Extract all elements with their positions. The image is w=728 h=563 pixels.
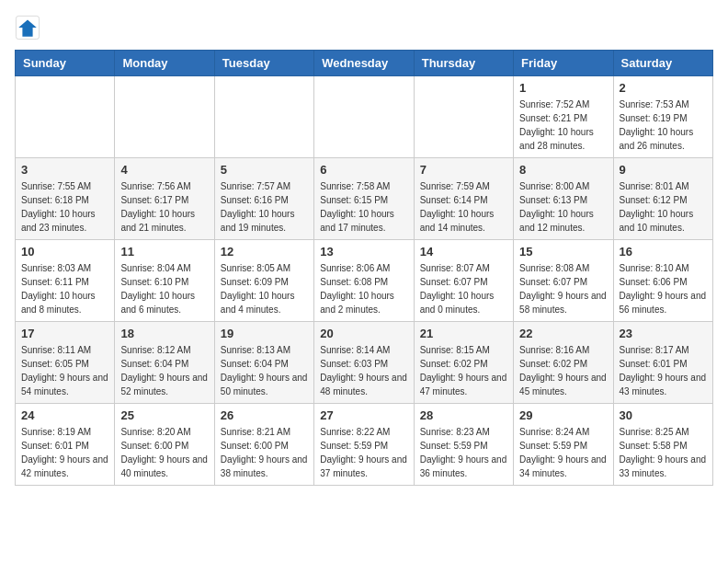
- day-number: 13: [320, 245, 407, 259]
- calendar-cell: 14Sunrise: 8:07 AMSunset: 6:07 PMDayligh…: [414, 240, 513, 322]
- calendar-cell: 19Sunrise: 8:13 AMSunset: 6:04 PMDayligh…: [214, 322, 313, 404]
- page-header: [15, 15, 713, 40]
- day-info: Sunrise: 8:21 AMSunset: 6:00 PMDaylight:…: [221, 425, 308, 480]
- calendar-cell: 23Sunrise: 8:17 AMSunset: 6:01 PMDayligh…: [613, 322, 712, 404]
- day-info: Sunrise: 7:52 AMSunset: 6:21 PMDaylight:…: [519, 98, 607, 153]
- day-number: 14: [420, 245, 507, 259]
- day-number: 5: [221, 163, 308, 177]
- calendar-cell: 12Sunrise: 8:05 AMSunset: 6:09 PMDayligh…: [214, 240, 313, 322]
- calendar-table: SundayMondayTuesdayWednesdayThursdayFrid…: [15, 50, 713, 486]
- calendar-cell: 4Sunrise: 7:56 AMSunset: 6:17 PMDaylight…: [115, 158, 214, 240]
- day-number: 28: [420, 408, 507, 422]
- day-info: Sunrise: 7:57 AMSunset: 6:16 PMDaylight:…: [221, 179, 308, 235]
- day-info: Sunrise: 7:53 AMSunset: 6:19 PMDaylight:…: [620, 98, 707, 153]
- day-number: 30: [620, 408, 707, 422]
- day-info: Sunrise: 7:59 AMSunset: 6:14 PMDaylight:…: [420, 179, 507, 235]
- day-info: Sunrise: 7:56 AMSunset: 6:17 PMDaylight:…: [120, 179, 208, 235]
- day-info: Sunrise: 7:58 AMSunset: 6:15 PMDaylight:…: [320, 179, 407, 235]
- calendar-cell: 11Sunrise: 8:04 AMSunset: 6:10 PMDayligh…: [115, 240, 214, 322]
- day-number: 20: [320, 327, 407, 340]
- day-info: Sunrise: 8:17 AMSunset: 6:01 PMDaylight:…: [620, 343, 707, 398]
- week-row-3: 10Sunrise: 8:03 AMSunset: 6:11 PMDayligh…: [16, 240, 713, 322]
- day-info: Sunrise: 8:12 AMSunset: 6:04 PMDaylight:…: [120, 343, 208, 398]
- day-info: Sunrise: 8:11 AMSunset: 6:05 PMDaylight:…: [21, 343, 108, 398]
- day-number: 11: [120, 245, 208, 259]
- calendar-cell: 20Sunrise: 8:14 AMSunset: 6:03 PMDayligh…: [314, 322, 414, 404]
- calendar-cell: 21Sunrise: 8:15 AMSunset: 6:02 PMDayligh…: [414, 322, 513, 404]
- calendar-cell: [115, 76, 214, 158]
- day-number: 18: [120, 327, 208, 340]
- week-row-1: 1Sunrise: 7:52 AMSunset: 6:21 PMDaylight…: [16, 76, 713, 158]
- calendar-cell: 27Sunrise: 8:22 AMSunset: 5:59 PMDayligh…: [314, 404, 414, 486]
- day-info: Sunrise: 8:01 AMSunset: 6:12 PMDaylight:…: [620, 179, 707, 235]
- day-info: Sunrise: 8:23 AMSunset: 5:59 PMDaylight:…: [420, 425, 507, 480]
- day-number: 22: [519, 327, 607, 340]
- week-row-2: 3Sunrise: 7:55 AMSunset: 6:18 PMDaylight…: [16, 158, 713, 240]
- calendar-cell: 13Sunrise: 8:06 AMSunset: 6:08 PMDayligh…: [314, 240, 414, 322]
- day-info: Sunrise: 8:07 AMSunset: 6:07 PMDaylight:…: [420, 261, 507, 316]
- calendar-cell: 17Sunrise: 8:11 AMSunset: 6:05 PMDayligh…: [16, 322, 115, 404]
- week-row-4: 17Sunrise: 8:11 AMSunset: 6:05 PMDayligh…: [16, 322, 713, 404]
- day-number: 8: [519, 163, 607, 177]
- day-info: Sunrise: 8:08 AMSunset: 6:07 PMDaylight:…: [519, 261, 607, 316]
- day-number: 6: [320, 163, 407, 177]
- day-info: Sunrise: 8:24 AMSunset: 5:59 PMDaylight:…: [519, 425, 607, 480]
- day-number: 12: [221, 245, 308, 259]
- calendar-cell: 6Sunrise: 7:58 AMSunset: 6:15 PMDaylight…: [314, 158, 414, 240]
- day-info: Sunrise: 8:20 AMSunset: 6:00 PMDaylight:…: [120, 425, 208, 480]
- day-number: 19: [221, 327, 308, 340]
- calendar-cell: 10Sunrise: 8:03 AMSunset: 6:11 PMDayligh…: [16, 240, 115, 322]
- calendar-cell: 16Sunrise: 8:10 AMSunset: 6:06 PMDayligh…: [613, 240, 712, 322]
- weekday-header-wednesday: Wednesday: [314, 51, 414, 76]
- calendar-cell: 8Sunrise: 8:00 AMSunset: 6:13 PMDaylight…: [514, 158, 613, 240]
- day-number: 26: [221, 408, 308, 422]
- calendar-cell: 26Sunrise: 8:21 AMSunset: 6:00 PMDayligh…: [214, 404, 313, 486]
- day-number: 1: [519, 81, 607, 95]
- day-info: Sunrise: 8:04 AMSunset: 6:10 PMDaylight:…: [120, 261, 208, 316]
- calendar-cell: 5Sunrise: 7:57 AMSunset: 6:16 PMDaylight…: [214, 158, 313, 240]
- day-number: 23: [620, 327, 707, 340]
- day-number: 9: [620, 163, 707, 177]
- calendar-cell: [16, 76, 115, 158]
- day-info: Sunrise: 8:00 AMSunset: 6:13 PMDaylight:…: [519, 179, 607, 235]
- day-number: 2: [620, 81, 707, 95]
- calendar-cell: 22Sunrise: 8:16 AMSunset: 6:02 PMDayligh…: [514, 322, 613, 404]
- calendar-cell: 3Sunrise: 7:55 AMSunset: 6:18 PMDaylight…: [16, 158, 115, 240]
- day-info: Sunrise: 8:16 AMSunset: 6:02 PMDaylight:…: [519, 343, 607, 398]
- calendar-cell: 18Sunrise: 8:12 AMSunset: 6:04 PMDayligh…: [115, 322, 214, 404]
- day-number: 29: [519, 408, 607, 422]
- calendar-cell: 25Sunrise: 8:20 AMSunset: 6:00 PMDayligh…: [115, 404, 214, 486]
- day-number: 25: [120, 408, 208, 422]
- logo: [15, 15, 44, 40]
- weekday-header-thursday: Thursday: [414, 51, 513, 76]
- day-number: 21: [420, 327, 507, 340]
- calendar-cell: 7Sunrise: 7:59 AMSunset: 6:14 PMDaylight…: [414, 158, 513, 240]
- weekday-header-saturday: Saturday: [613, 51, 712, 76]
- day-info: Sunrise: 8:13 AMSunset: 6:04 PMDaylight:…: [221, 343, 308, 398]
- day-info: Sunrise: 8:22 AMSunset: 5:59 PMDaylight:…: [320, 425, 407, 480]
- calendar-cell: 30Sunrise: 8:25 AMSunset: 5:58 PMDayligh…: [613, 404, 712, 486]
- calendar-cell: 1Sunrise: 7:52 AMSunset: 6:21 PMDaylight…: [514, 76, 613, 158]
- day-info: Sunrise: 8:10 AMSunset: 6:06 PMDaylight:…: [620, 261, 707, 316]
- day-info: Sunrise: 8:19 AMSunset: 6:01 PMDaylight:…: [21, 425, 108, 480]
- week-row-5: 24Sunrise: 8:19 AMSunset: 6:01 PMDayligh…: [16, 404, 713, 486]
- day-info: Sunrise: 7:55 AMSunset: 6:18 PMDaylight:…: [21, 179, 108, 235]
- calendar-cell: 9Sunrise: 8:01 AMSunset: 6:12 PMDaylight…: [613, 158, 712, 240]
- day-info: Sunrise: 8:14 AMSunset: 6:03 PMDaylight:…: [320, 343, 407, 398]
- weekday-header-tuesday: Tuesday: [214, 51, 313, 76]
- calendar-cell: 15Sunrise: 8:08 AMSunset: 6:07 PMDayligh…: [514, 240, 613, 322]
- calendar-cell: 24Sunrise: 8:19 AMSunset: 6:01 PMDayligh…: [16, 404, 115, 486]
- day-number: 10: [21, 245, 108, 259]
- day-number: 24: [21, 408, 108, 422]
- weekday-header-friday: Friday: [514, 51, 613, 76]
- day-info: Sunrise: 8:25 AMSunset: 5:58 PMDaylight:…: [620, 425, 707, 480]
- weekday-header-monday: Monday: [115, 51, 214, 76]
- weekday-header-sunday: Sunday: [16, 51, 115, 76]
- calendar-cell: [414, 76, 513, 158]
- calendar-cell: [314, 76, 414, 158]
- calendar-cell: 29Sunrise: 8:24 AMSunset: 5:59 PMDayligh…: [514, 404, 613, 486]
- day-number: 4: [120, 163, 208, 177]
- day-info: Sunrise: 8:06 AMSunset: 6:08 PMDaylight:…: [320, 261, 407, 316]
- day-number: 17: [21, 327, 108, 340]
- day-info: Sunrise: 8:03 AMSunset: 6:11 PMDaylight:…: [21, 261, 108, 316]
